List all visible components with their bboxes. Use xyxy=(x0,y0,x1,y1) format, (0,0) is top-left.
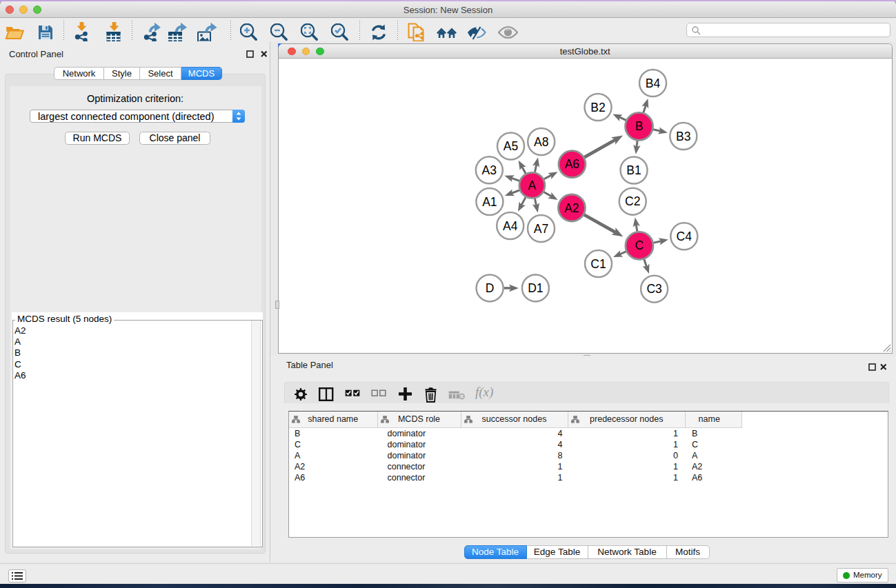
svg-text:A: A xyxy=(528,179,536,192)
svg-text:B2: B2 xyxy=(590,101,605,114)
svg-text:B4: B4 xyxy=(645,77,660,90)
svg-text:A1: A1 xyxy=(482,195,497,209)
svg-text:C1: C1 xyxy=(590,257,606,271)
svg-text:B3: B3 xyxy=(676,130,690,143)
svg-text:A8: A8 xyxy=(533,135,548,149)
svg-text:D: D xyxy=(485,281,494,295)
svg-text:C2: C2 xyxy=(625,194,640,208)
svg-text:A4: A4 xyxy=(502,219,517,233)
svg-text:B1: B1 xyxy=(626,163,641,177)
svg-text:A3: A3 xyxy=(481,163,496,177)
svg-text:C4: C4 xyxy=(676,230,692,243)
svg-text:A2: A2 xyxy=(564,201,579,215)
svg-text:A6: A6 xyxy=(564,157,579,171)
svg-text:D1: D1 xyxy=(528,281,543,295)
svg-text:B: B xyxy=(635,119,643,133)
svg-text:C3: C3 xyxy=(646,282,661,296)
svg-text:A7: A7 xyxy=(533,222,548,236)
svg-text:C: C xyxy=(635,239,644,252)
svg-text:A5: A5 xyxy=(503,139,517,153)
